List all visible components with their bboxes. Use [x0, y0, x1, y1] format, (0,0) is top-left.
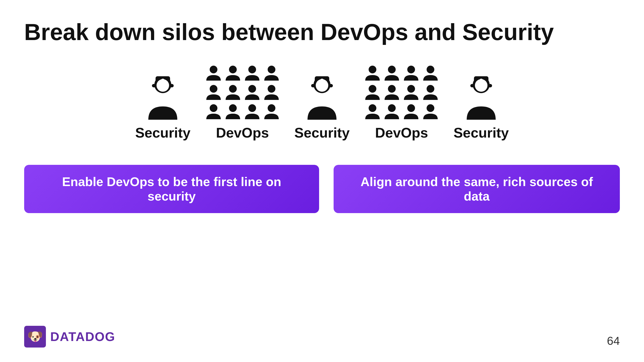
svg-point-5: [210, 66, 218, 73]
person-icon: [403, 103, 420, 120]
svg-point-11: [248, 85, 256, 93]
security-officer-icon-3: [462, 71, 500, 120]
buttons-row: Enable DevOps to be the first line on se…: [24, 165, 620, 213]
person-icon: [422, 103, 439, 120]
icon-group-devops-2: DevOps: [364, 64, 439, 141]
svg-point-26: [368, 85, 376, 93]
svg-point-27: [388, 85, 396, 93]
person-icon: [263, 64, 280, 81]
devops-grid-2: [364, 64, 439, 120]
logo-text: DATADOG: [50, 330, 115, 344]
security-officer-icon-1: [144, 71, 182, 120]
datadog-logo: 🐶 DATADOG: [24, 326, 115, 348]
person-icon: [224, 83, 241, 100]
icon-group-security-3: Security: [454, 71, 509, 141]
svg-point-8: [268, 66, 276, 73]
devops-2-label: DevOps: [375, 124, 428, 141]
svg-point-31: [388, 104, 396, 112]
person-icon: [205, 103, 222, 120]
devops-grid-1: [205, 64, 280, 120]
svg-point-28: [407, 85, 415, 93]
svg-point-32: [407, 104, 415, 112]
person-icon: [403, 83, 420, 100]
svg-point-25: [426, 66, 434, 73]
icons-row: Security DevOps: [24, 64, 620, 141]
person-icon: [244, 64, 261, 81]
person-icon: [383, 103, 400, 120]
svg-point-30: [368, 104, 376, 112]
svg-text:🐶: 🐶: [27, 329, 43, 344]
devops-1-label: DevOps: [216, 124, 269, 141]
svg-point-38: [475, 79, 488, 92]
svg-point-7: [248, 66, 256, 73]
security-officer-icon-2: [303, 71, 341, 120]
person-icon: [263, 83, 280, 100]
icon-group-security-1: Security: [135, 71, 190, 141]
security-1-label: Security: [135, 124, 190, 141]
btn-align-data[interactable]: Align around the same, rich sources of d…: [334, 165, 620, 213]
svg-point-12: [268, 85, 276, 93]
svg-point-4: [156, 79, 169, 92]
slide: Break down silos between DevOps and Secu…: [0, 0, 644, 362]
person-icon: [383, 64, 400, 81]
svg-point-15: [248, 104, 256, 112]
person-icon: [364, 64, 381, 81]
person-icon: [205, 83, 222, 100]
svg-point-22: [368, 66, 376, 73]
svg-point-33: [426, 104, 434, 112]
security-2-label: Security: [294, 124, 350, 141]
footer: 🐶 DATADOG: [24, 326, 115, 348]
icon-group-devops-1: DevOps: [205, 64, 280, 141]
svg-point-21: [316, 79, 328, 92]
svg-point-16: [268, 104, 276, 112]
security-3-label: Security: [454, 124, 509, 141]
person-icon: [364, 83, 381, 100]
svg-point-14: [229, 104, 237, 112]
person-icon: [403, 64, 420, 81]
person-icon: [244, 83, 261, 100]
person-icon: [224, 103, 241, 120]
page-number: 64: [607, 334, 620, 348]
person-icon: [205, 64, 222, 81]
icon-group-security-2: Security: [294, 71, 350, 141]
btn-enable-devops[interactable]: Enable DevOps to be the first line on se…: [24, 165, 319, 213]
svg-point-10: [229, 85, 237, 93]
person-icon: [364, 103, 381, 120]
svg-point-29: [426, 85, 434, 93]
person-icon: [263, 103, 280, 120]
svg-point-13: [210, 104, 218, 112]
svg-point-23: [388, 66, 396, 73]
person-icon: [383, 83, 400, 100]
svg-point-24: [407, 66, 415, 73]
svg-point-9: [210, 85, 218, 93]
person-icon: [244, 103, 261, 120]
person-icon: [422, 64, 439, 81]
person-icon: [422, 83, 439, 100]
slide-title: Break down silos between DevOps and Secu…: [24, 19, 620, 45]
person-icon: [224, 64, 241, 81]
svg-point-6: [229, 66, 237, 73]
datadog-logo-icon: 🐶: [24, 326, 46, 348]
